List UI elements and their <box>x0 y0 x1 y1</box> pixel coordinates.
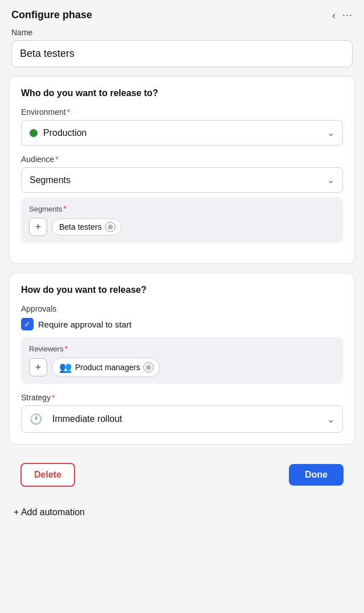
remove-reviewer-button[interactable]: ⊗ <box>143 362 154 372</box>
environment-field: Environment * Production ⌄ <box>21 107 343 146</box>
approval-checkbox[interactable]: ✓ <box>21 318 34 330</box>
clock-icon: 🕐 <box>30 413 42 425</box>
delete-button[interactable]: Delete <box>20 463 75 487</box>
header-actions: ‹ ··· <box>332 9 353 21</box>
release-card: Who do you want to release to? Environme… <box>9 76 355 264</box>
audience-value: Segments <box>30 175 71 185</box>
environment-select[interactable]: Production ⌄ <box>21 120 343 146</box>
more-button[interactable]: ··· <box>342 9 353 21</box>
add-reviewer-button[interactable]: + <box>29 358 47 376</box>
strategy-chevron-icon: ⌄ <box>327 414 334 425</box>
segments-label: Segments * <box>29 204 335 213</box>
add-automation-button[interactable]: + Add automation <box>0 496 364 529</box>
header: Configure phase ‹ ··· <box>0 0 364 28</box>
page-title: Configure phase <box>11 9 92 21</box>
segments-box: Segments * + Beta testers ⊗ <box>21 197 343 243</box>
back-button[interactable]: ‹ <box>332 10 336 20</box>
approvals-label: Approvals <box>21 304 343 313</box>
env-status-dot <box>30 129 38 137</box>
how-card: How do you want to release? Approvals ✓ … <box>9 273 355 445</box>
remove-segment-button[interactable]: ⊗ <box>105 222 115 232</box>
strategy-field: Strategy * 🕐 Immediate rollout ⌄ <box>21 393 343 433</box>
how-section-title: How do you want to release? <box>21 285 343 295</box>
reviewers-box: Reviewers * + 👥 Product managers ⊗ <box>21 337 343 384</box>
audience-label: Audience * <box>21 155 343 164</box>
environment-chevron-icon: ⌄ <box>327 127 334 138</box>
segments-required-star: * <box>64 204 67 213</box>
audience-required-star: * <box>55 155 58 164</box>
approval-checkbox-row: ✓ Require approval to start <box>21 318 343 330</box>
audience-chevron-icon: ⌄ <box>327 175 334 185</box>
strategy-required-star: * <box>52 393 55 402</box>
reviewers-required-star: * <box>65 344 68 353</box>
audience-field: Audience * Segments ⌄ Segments * + Beta … <box>21 155 343 243</box>
done-button[interactable]: Done <box>289 464 344 486</box>
reviewers-label: Reviewers * <box>29 344 335 353</box>
audience-select[interactable]: Segments ⌄ <box>21 167 343 193</box>
segments-row: + Beta testers ⊗ <box>29 218 335 236</box>
strategy-value: Immediate rollout <box>52 414 122 424</box>
name-input[interactable] <box>11 40 353 67</box>
environment-value: Production <box>43 128 87 138</box>
environment-label: Environment * <box>21 107 343 117</box>
add-automation-label: + Add automation <box>14 507 85 517</box>
strategy-select[interactable]: 🕐 Immediate rollout ⌄ <box>21 405 343 433</box>
reviewer-tag: 👥 Product managers ⊗ <box>52 358 160 377</box>
reviewers-row: + 👥 Product managers ⊗ <box>29 358 335 377</box>
strategy-label: Strategy * <box>21 393 343 402</box>
reviewer-tag-label: Product managers <box>75 363 140 372</box>
segment-tag-label: Beta testers <box>59 222 102 231</box>
name-label: Name <box>11 28 353 37</box>
approval-checkbox-label: Require approval to start <box>38 320 131 329</box>
footer-actions: Delete Done <box>9 454 355 496</box>
add-segment-button[interactable]: + <box>29 218 47 236</box>
release-section-title: Who do you want to release to? <box>21 88 343 98</box>
name-section: Name <box>0 28 364 76</box>
checkmark-icon: ✓ <box>24 320 31 328</box>
segment-tag: Beta testers ⊗ <box>52 218 122 235</box>
environment-required-star: * <box>67 107 70 117</box>
group-icon: 👥 <box>59 361 72 374</box>
